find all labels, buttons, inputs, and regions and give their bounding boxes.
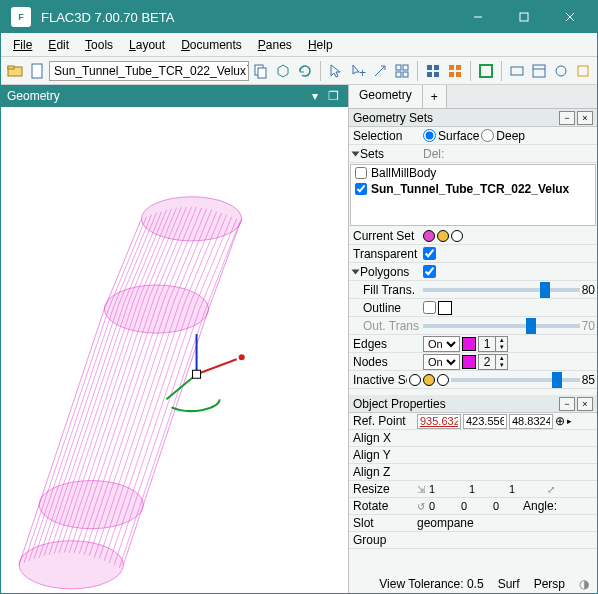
edges-color-icon[interactable] [462,337,476,351]
panel-collapse-icon[interactable]: − [559,397,575,411]
svg-rect-23 [480,65,492,77]
viewport-menu-icon[interactable]: ▾ [306,87,324,105]
resize-c-input[interactable] [507,482,545,497]
close-button[interactable] [547,1,593,33]
toolbar-folder-icon[interactable] [5,60,25,82]
selection-deep-radio[interactable]: Deep [481,129,525,143]
menu-file[interactable]: File [7,36,38,54]
polygons-label: Polygons [360,265,409,279]
status-settings-icon[interactable]: ◑ [579,577,589,591]
rot-b-input[interactable] [459,499,489,514]
svg-point-32 [19,541,123,589]
status-mode-surf[interactable]: Surf [498,577,520,591]
panel-close-icon[interactable]: × [577,111,593,125]
maximize-button[interactable] [501,1,547,33]
toolbar-cursor-plus-icon[interactable]: + [348,60,368,82]
color-swatch-icon[interactable] [423,230,435,242]
toolbar-cursor-icon[interactable] [326,60,346,82]
rot-c-input[interactable] [491,499,521,514]
toolbar-box-icon[interactable] [273,60,293,82]
rot-a-input[interactable] [427,499,457,514]
slot-value[interactable]: geompane [417,516,474,530]
menu-layout[interactable]: Layout [123,36,171,54]
edges-mode-select[interactable]: On [423,336,460,352]
viewport-maximize-icon[interactable]: ❐ [324,87,342,105]
edges-thickness-spin[interactable]: 1▴▾ [478,336,508,352]
toolbar-layout1-icon[interactable] [423,60,443,82]
ref-z-input[interactable] [509,414,553,429]
fill-trans-label: Fill Trans. [349,283,421,297]
menu-help[interactable]: Help [302,36,339,54]
tab-geometry[interactable]: Geometry [349,85,423,108]
color-swatch-icon[interactable] [409,374,421,386]
color-swatch-icon[interactable] [423,374,435,386]
toolbar-grid-small-icon[interactable] [392,60,412,82]
fill-trans-slider[interactable] [423,288,580,292]
toolbar-document-icon[interactable] [27,60,47,82]
out-trans-slider [423,324,580,328]
selection-surface-radio[interactable]: Surface [423,129,479,143]
viewport-canvas[interactable] [1,107,348,594]
minimize-button[interactable] [455,1,501,33]
geometry-sets-list[interactable]: BallMillBody Sun_Tunnel_Tube_TCR_022_Vel… [350,164,596,226]
viewport-title: Geometry [7,89,60,103]
resize-a-input[interactable] [427,482,465,497]
collapse-in-icon[interactable]: ⇲ [417,484,425,495]
selection-label: Selection [349,129,421,143]
svg-line-94 [197,359,237,374]
ref-y-input[interactable] [463,414,507,429]
toolbar-layout2-icon[interactable] [445,60,465,82]
toolbar-tool2-icon[interactable] [529,60,549,82]
list-item[interactable]: Sun_Tunnel_Tube_TCR_022_Velux [351,181,595,197]
target-icon[interactable]: ⊕ [555,414,565,428]
svg-line-58 [69,299,134,495]
nodes-thickness-spin[interactable]: 2▴▾ [478,354,508,370]
tab-add[interactable]: + [423,85,447,108]
color-swatch-icon[interactable] [451,230,463,242]
status-mode-persp[interactable]: Persp [534,577,565,591]
align-x-label: Align X [349,431,415,445]
edges-label: Edges [349,337,421,351]
resize-b-input[interactable] [467,482,505,497]
toolbar-greenbox-icon[interactable] [476,60,496,82]
nodes-color-icon[interactable] [462,355,476,369]
rotate-ccw-icon[interactable]: ↺ [417,501,425,512]
toolbar-refresh-icon[interactable] [295,60,315,82]
toolbar-arrow-icon[interactable] [370,60,390,82]
color-swatch-icon[interactable] [437,230,449,242]
list-item[interactable]: BallMillBody [351,165,595,181]
fill-trans-value: 80 [582,283,595,297]
svg-rect-25 [533,65,545,77]
expand-out-icon[interactable]: ⤢ [547,484,555,495]
outline-color-icon[interactable] [438,301,452,315]
set-checkbox[interactable] [355,167,367,179]
menu-edit[interactable]: Edit [42,36,75,54]
file-selector[interactable]: Sun_Tunnel_Tube_TCR_022_Velux˅ [49,61,249,81]
color-swatch-icon[interactable] [437,374,449,386]
nodes-mode-select[interactable]: On [423,354,460,370]
inactive-slider[interactable] [451,378,580,382]
svg-rect-19 [449,65,454,70]
transparent-checkbox[interactable] [423,247,436,260]
svg-rect-13 [396,72,401,77]
panel-close-icon[interactable]: × [577,397,593,411]
menu-panes[interactable]: Panes [252,36,298,54]
menu-tools[interactable]: Tools [79,36,119,54]
outline-checkbox[interactable] [423,301,436,314]
file-name-label: Sun_Tunnel_Tube_TCR_022_Velux [54,64,246,78]
align-y-label: Align Y [349,448,415,462]
toolbar-copy-icon[interactable] [251,60,271,82]
panel-collapse-icon[interactable]: − [559,111,575,125]
svg-rect-15 [427,65,432,70]
set-checkbox[interactable] [355,183,367,195]
chevron-right-icon[interactable]: ▸ [567,416,572,426]
toolbar-tool1-icon[interactable] [507,60,527,82]
ref-x-input[interactable] [417,414,461,429]
window-title: FLAC3D 7.00.70 BETA [37,10,455,25]
toolbar-tool3-icon[interactable] [551,60,571,82]
svg-rect-11 [396,65,401,70]
menu-documents[interactable]: Documents [175,36,248,54]
svg-rect-1 [520,13,528,21]
polygons-checkbox[interactable] [423,265,436,278]
toolbar-tool4-icon[interactable] [573,60,593,82]
